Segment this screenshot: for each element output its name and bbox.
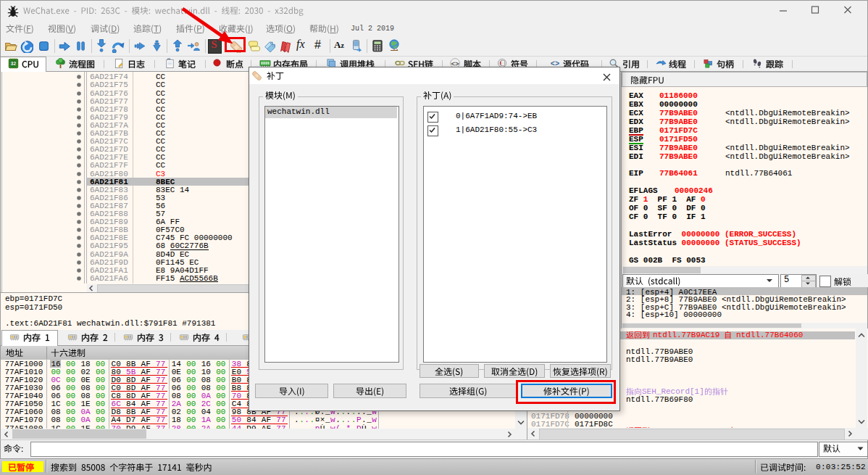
svg-text:32: 32 <box>10 61 16 66</box>
